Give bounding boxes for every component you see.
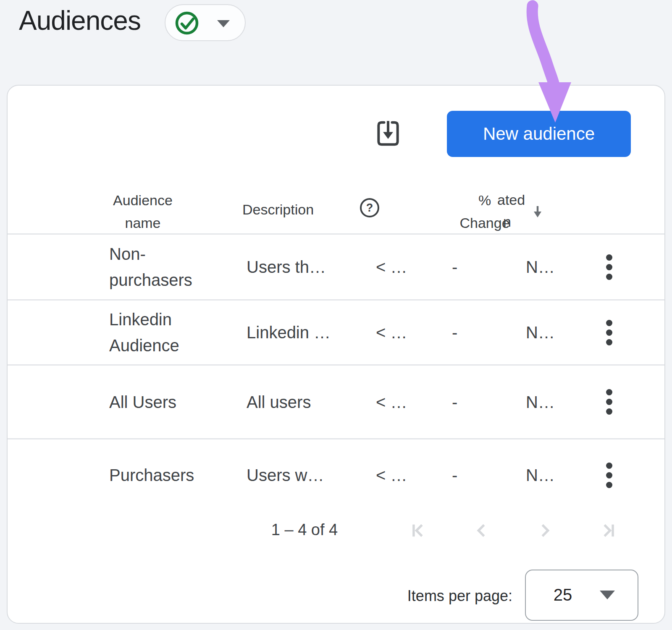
created-cell: N… <box>526 389 555 415</box>
users-cell: < … <box>376 254 407 280</box>
check-circle-icon <box>175 11 199 35</box>
audiences-card: New audience Audience name Description ?… <box>7 85 665 624</box>
last-page-button[interactable] <box>596 519 620 542</box>
download-icon <box>376 120 400 146</box>
new-audience-button[interactable]: New audience <box>447 111 631 157</box>
column-header-audience-name[interactable]: Audience name <box>101 189 185 234</box>
description-cell: All users <box>247 389 311 415</box>
row-menu-button[interactable] <box>598 249 620 285</box>
import-audiences-button[interactable] <box>371 117 405 150</box>
items-per-page-select[interactable]: 25 <box>525 570 638 621</box>
help-icon[interactable]: ? <box>360 198 379 217</box>
pct-change-cell: - <box>452 254 457 280</box>
first-page-button[interactable] <box>407 519 430 542</box>
chevron-right-icon <box>536 521 554 540</box>
users-cell: < … <box>376 389 407 415</box>
created-cell: N… <box>526 319 555 345</box>
table-row: All Users All users < … - N… <box>8 366 664 438</box>
caret-down-icon <box>217 20 230 27</box>
sort-descending-icon <box>531 205 544 219</box>
row-menu-button[interactable] <box>598 384 620 420</box>
table-row: Linkedin Audience Linkedin … < … - N… <box>8 301 664 364</box>
users-cell: < … <box>376 462 407 488</box>
column-header-description[interactable]: Description <box>242 198 314 221</box>
users-cell: < … <box>376 319 407 345</box>
verification-badge-dropdown[interactable] <box>165 4 246 41</box>
last-page-icon <box>598 521 617 540</box>
column-header-created-fragment: n <box>503 213 511 230</box>
column-header-created-fragment: ated <box>497 191 525 208</box>
audience-name-cell: Purchasers <box>109 462 209 488</box>
items-per-page-label: Items per page: <box>386 587 512 605</box>
row-menu-button[interactable] <box>598 457 620 493</box>
help-glyph: ? <box>366 201 373 214</box>
chevron-left-icon <box>472 521 491 540</box>
page-title: Audiences <box>19 5 141 36</box>
pct-change-cell: - <box>452 389 457 415</box>
created-cell: N… <box>526 254 555 280</box>
first-page-icon <box>410 521 428 540</box>
next-page-button[interactable] <box>533 519 556 542</box>
pct-change-cell: - <box>452 462 457 488</box>
pagination-range-label: 1 – 4 of 4 <box>262 521 346 539</box>
previous-page-button[interactable] <box>470 519 494 542</box>
caret-down-icon <box>600 591 615 599</box>
created-cell: N… <box>526 462 555 488</box>
description-cell: Users w… <box>247 462 324 488</box>
description-cell: Users th… <box>247 254 326 280</box>
pct-change-cell: - <box>452 319 457 345</box>
row-menu-button[interactable] <box>598 315 620 350</box>
table-row: Purchasers Users w… < … - N… <box>8 439 664 511</box>
table-row: Non-purchasers Users th… < … - N… <box>8 235 664 299</box>
audience-name-cell: Non-purchasers <box>109 241 209 293</box>
items-per-page-value: 25 <box>546 586 580 604</box>
description-cell: Linkedin … <box>247 319 331 345</box>
audience-name-cell: Linkedin Audience <box>109 306 209 358</box>
audience-name-cell: All Users <box>109 389 209 415</box>
